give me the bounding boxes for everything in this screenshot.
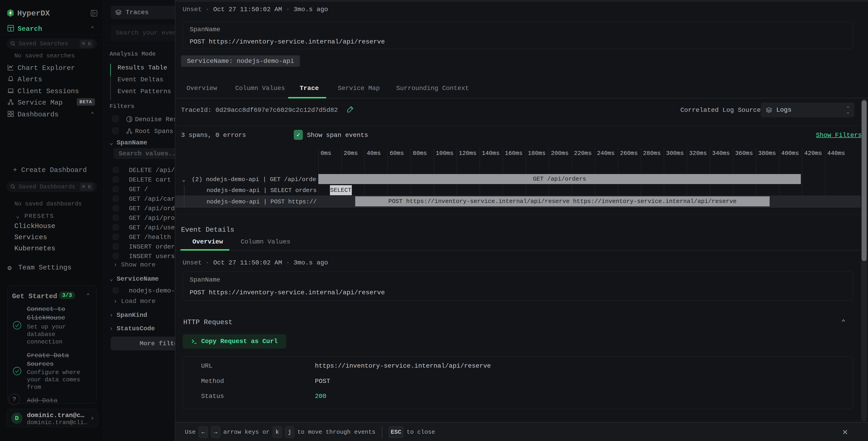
expand-chevron-icon[interactable]: ⌄ [182, 176, 186, 183]
filter-value-row[interactable]: INSERT users [103, 252, 175, 261]
close-icon[interactable]: ✕ [842, 427, 848, 437]
value-checkbox[interactable] [113, 234, 119, 240]
load-more-link[interactable]: › Load more [114, 298, 156, 305]
sidebar-item-search[interactable]: Search [18, 25, 42, 33]
sidebar-item-dashboards[interactable]: Dashboards [18, 111, 59, 118]
span-bar-post-reserve[interactable]: POST https://inventory-service.internal/… [355, 196, 770, 206]
group-service-name[interactable]: ⌄ ServiceName [110, 275, 159, 283]
value-checkbox[interactable] [113, 205, 119, 211]
value-checkbox[interactable] [113, 253, 119, 259]
mode-event-patterns[interactable]: Event Patterns [118, 88, 171, 95]
level-badge: Unset [183, 259, 202, 266]
filter-value-row[interactable]: GET / [103, 185, 175, 194]
preset-clickhouse[interactable]: ClickHouse [14, 222, 55, 230]
span-row-label[interactable]: (2) nodejs-demo-api | GET /api/orders [192, 176, 317, 183]
copy-curl-button[interactable]: Copy Request as Curl [183, 334, 286, 349]
show-more-link[interactable]: › Show more [114, 261, 156, 268]
service-checkbox[interactable] [113, 288, 119, 293]
edit-pencil-icon[interactable] [346, 105, 354, 115]
filter-value-row[interactable]: GET /api/product [103, 213, 175, 223]
more-filters-button[interactable]: More filters [111, 337, 175, 350]
show-span-events-checkbox[interactable]: ✓ [294, 130, 303, 140]
step-title: Sources [27, 361, 54, 368]
collapse-section-icon[interactable]: ⌃ [841, 318, 845, 326]
group-status-code[interactable]: › StatusCode [110, 325, 155, 332]
sidebar-item-client-sessions[interactable]: Client Sessions [18, 87, 79, 95]
preset-services[interactable]: Services [14, 234, 47, 241]
value-checkbox[interactable] [113, 196, 119, 202]
client-sessions-icon [7, 87, 14, 95]
service-tag[interactable]: ServiceName: nodejs-demo-api [181, 55, 300, 67]
sidebar-item-service-map[interactable]: Service Map [18, 99, 63, 107]
search-icon [10, 41, 16, 47]
span-row-label[interactable]: nodejs-demo-api | SELECT orders [207, 187, 317, 194]
denoise-label[interactable]: Denoise Results [135, 116, 175, 123]
value-label: GET /api/orders [129, 205, 175, 212]
sidebar-item-alerts[interactable]: Alerts [18, 76, 42, 83]
shortcut-badge: ⌘ K [80, 40, 93, 48]
saved-searches-input[interactable]: Saved Searches ⌘ K [7, 39, 97, 49]
filters-label: Filters [110, 103, 134, 110]
span-row-label[interactable]: nodejs-demo-api | POST https://invento [207, 198, 317, 205]
value-checkbox[interactable] [113, 186, 119, 192]
span-bar-select-orders[interactable]: SELECT [330, 185, 352, 195]
span-name-search-input[interactable]: Search values... [114, 148, 175, 159]
help-icon[interactable]: ? [9, 393, 20, 405]
saved-dashboards-input[interactable]: Saved Dashboards ⌘ K [7, 182, 97, 192]
source-selector[interactable]: Traces [111, 6, 175, 19]
tab-details-overview[interactable]: Overview [192, 238, 223, 245]
show-span-events-label[interactable]: Show span events [307, 132, 368, 139]
scrollbar-track[interactable] [861, 99, 867, 421]
group-span-name[interactable]: ⌄ SpanName [110, 139, 147, 146]
value-checkbox[interactable] [113, 167, 119, 173]
mode-event-deltas[interactable]: Event Deltas [118, 76, 163, 83]
value-label: GET /api/users [129, 224, 175, 231]
filter-value-row[interactable]: GET /api/cart [103, 194, 175, 204]
filter-value-row[interactable]: GET /api/users [103, 223, 175, 233]
service-value-label[interactable]: nodejs-demo-api [129, 287, 175, 294]
span-bar-get-orders[interactable]: GET /api/orders [318, 174, 801, 184]
kv-key: Method [201, 378, 224, 385]
trace-id-text: TraceId: 0d29acc8df697e7c6029c2c12d7d5d8… [181, 107, 338, 114]
tab-column-values[interactable]: Column Values [235, 85, 285, 92]
value-checkbox[interactable] [113, 224, 119, 230]
collapse-sidebar-icon[interactable] [91, 10, 97, 18]
footer-text: arrow keys or [223, 429, 270, 436]
chevron-down-icon: ⌄ [16, 213, 24, 219]
filter-value-row[interactable]: DELETE cart [103, 175, 175, 185]
denoise-checkbox[interactable] [112, 116, 119, 122]
group-span-kind[interactable]: › SpanKind [110, 312, 147, 319]
preset-kubernetes[interactable]: Kubernetes [14, 245, 55, 253]
user-card[interactable]: D dominic.tran@c… dominic.tran@cli… › [7, 409, 98, 427]
show-filters-link[interactable]: Show Filters [816, 132, 862, 139]
log-source-select[interactable]: Logs ⌃⌃ [761, 102, 854, 117]
filter-value-row[interactable]: INSERT orders [103, 242, 175, 252]
create-dashboard-button[interactable]: + Create Dashboard [13, 166, 87, 174]
chevron-up-icon[interactable]: ⌃ [86, 292, 90, 299]
chevron-up-icon[interactable]: ⌃ [91, 25, 94, 32]
event-search-input[interactable]: Search your event [111, 25, 175, 41]
tab-details-column-values[interactable]: Column Values [241, 238, 290, 245]
value-checkbox[interactable] [113, 177, 119, 182]
tree-indent-line [184, 185, 184, 207]
filter-value-row[interactable]: GET /health [103, 233, 175, 242]
root-spans-label[interactable]: Root Spans Only [135, 128, 175, 135]
chevron-up-icon[interactable]: ⌃ [91, 111, 94, 118]
tab-service-map[interactable]: Service Map [338, 85, 380, 92]
filter-value-row[interactable]: DELETE /api/cart [103, 166, 175, 175]
tab-surrounding-context[interactable]: Surrounding Context [396, 85, 469, 92]
sidebar-item-team-settings[interactable]: Team Settings [18, 264, 71, 271]
mode-results-table[interactable]: Results Table [118, 64, 167, 71]
root-spans-icon [126, 127, 133, 136]
tab-trace[interactable]: Trace [300, 85, 319, 92]
value-checkbox[interactable] [113, 215, 119, 221]
tabs-border [175, 250, 868, 251]
tab-overview[interactable]: Overview [186, 85, 217, 92]
check-circle-icon [13, 321, 22, 331]
root-spans-checkbox[interactable] [112, 127, 119, 134]
scrollbar-thumb[interactable] [862, 100, 867, 261]
filter-value-row[interactable]: GET /api/orders [103, 204, 175, 213]
value-checkbox[interactable] [113, 243, 119, 249]
presets-toggle[interactable]: ⌄ PRESETS [16, 212, 54, 219]
sidebar-item-chart-explorer[interactable]: Chart Explorer [18, 64, 75, 72]
